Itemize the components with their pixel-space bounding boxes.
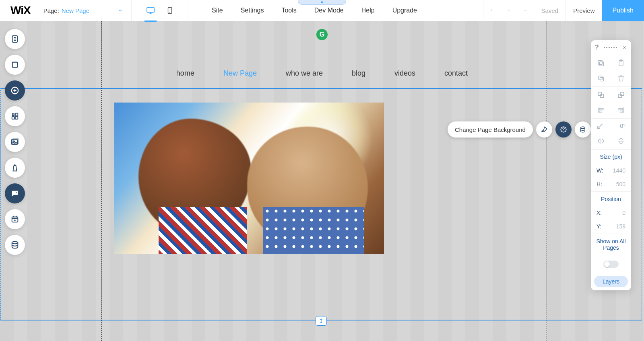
duplicate-icon[interactable]	[597, 74, 605, 82]
svg-line-6	[492, 11, 492, 11]
delete-icon[interactable]	[617, 74, 625, 82]
collapse-topbar-tab[interactable]: ▲	[298, 0, 346, 5]
current-page-name: New Page	[62, 7, 89, 14]
svg-rect-45	[620, 92, 623, 95]
svg-rect-51	[619, 109, 623, 110]
svg-rect-37	[600, 62, 604, 66]
nav-videos[interactable]: videos	[394, 69, 415, 78]
y-label: Y:	[597, 223, 601, 230]
add-panel-button[interactable]	[5, 80, 25, 101]
svg-rect-44	[600, 94, 603, 97]
align-right-icon[interactable]	[617, 106, 625, 114]
menu-upgrade[interactable]: Upgrade	[392, 7, 417, 14]
data-button[interactable]	[575, 121, 591, 138]
panel-header[interactable]: ?	[591, 40, 631, 55]
site-navigation: home New Page who we are blog videos con…	[0, 69, 644, 78]
preview-button[interactable]: Preview	[566, 0, 602, 21]
chevron-down-icon	[118, 8, 123, 13]
svg-rect-38	[598, 60, 602, 64]
x-label: X:	[597, 210, 602, 216]
zoom-button[interactable]	[483, 0, 500, 21]
svg-rect-49	[599, 111, 602, 112]
copy-icon[interactable]	[597, 59, 605, 67]
context-toolbar: Change Page Background	[448, 121, 591, 138]
nav-who-we-are[interactable]: who we are	[286, 69, 323, 78]
nav-new-page[interactable]: New Page	[223, 69, 257, 78]
bring-forward-icon[interactable]	[597, 91, 605, 99]
svg-point-5	[491, 10, 492, 11]
size-label: Size (px)	[600, 154, 622, 160]
nav-blog[interactable]: blog	[352, 69, 365, 78]
menu-site[interactable]: Site	[212, 7, 223, 14]
svg-text:+: +	[12, 113, 14, 116]
menu-settings[interactable]: Settings	[241, 7, 264, 14]
properties-panel[interactable]: ? 0° Si	[591, 40, 631, 290]
flip-vertical-icon[interactable]	[617, 137, 625, 145]
paste-icon[interactable]	[617, 59, 625, 67]
svg-rect-41	[599, 76, 602, 80]
data-panel-button[interactable]	[5, 235, 25, 255]
rotate-icon[interactable]	[597, 123, 604, 130]
top-menu: Site Settings Tools Dev Mode Help Upgrad…	[188, 7, 417, 14]
send-backward-icon[interactable]	[617, 91, 625, 99]
undo-button[interactable]	[500, 0, 517, 21]
media-panel-button[interactable]	[5, 132, 25, 152]
svg-rect-46	[618, 94, 621, 97]
svg-point-34	[581, 127, 585, 129]
svg-rect-16	[15, 113, 18, 116]
design-button[interactable]	[536, 121, 552, 138]
width-value[interactable]: 1440	[613, 167, 625, 174]
nav-home[interactable]: home	[176, 69, 194, 78]
menus-panel-button[interactable]	[5, 29, 25, 49]
y-value[interactable]: 159	[616, 223, 625, 230]
apps-panel-button[interactable]: +	[5, 106, 25, 126]
publish-button[interactable]: Publish	[602, 0, 644, 21]
svg-rect-42	[600, 78, 604, 81]
rotation-value[interactable]: 0°	[620, 123, 625, 130]
desktop-icon[interactable]	[146, 0, 155, 21]
svg-rect-18	[15, 117, 18, 119]
wix-logo: WiX	[0, 4, 39, 17]
blog-panel-button[interactable]	[5, 209, 25, 229]
svg-point-33	[563, 131, 564, 131]
show-on-all-label: Show on All Pages	[591, 238, 631, 251]
height-value[interactable]: 500	[616, 181, 625, 187]
background-panel-button[interactable]	[5, 55, 25, 75]
top-right-actions: Saved Preview Publish	[483, 0, 644, 21]
width-label: W:	[597, 167, 603, 174]
hero-image[interactable]	[114, 103, 384, 254]
align-left-icon[interactable]	[597, 106, 605, 114]
redo-button[interactable]	[517, 0, 534, 21]
help-button[interactable]	[555, 121, 572, 138]
nav-contact[interactable]: contact	[444, 69, 468, 78]
svg-rect-11	[12, 62, 18, 68]
svg-point-31	[541, 130, 543, 132]
menu-tools[interactable]: Tools	[281, 7, 296, 14]
theme-panel-button[interactable]	[5, 158, 25, 178]
show-on-all-toggle[interactable]	[603, 261, 619, 268]
change-background-button[interactable]: Change Page Background	[448, 121, 533, 138]
menu-help[interactable]: Help	[361, 7, 375, 14]
selection-top-edge	[0, 88, 642, 89]
drag-handle-icon[interactable]	[604, 47, 617, 48]
section-resize-handle[interactable]	[316, 316, 327, 326]
menu-devmode[interactable]: Dev Mode	[314, 7, 344, 14]
page-label: Page:	[43, 7, 59, 14]
grammarly-badge-icon[interactable]: G	[316, 29, 328, 40]
position-label: Position	[601, 196, 621, 202]
device-switcher	[132, 0, 188, 21]
svg-rect-23	[12, 217, 18, 222]
page-selector[interactable]: Page: New Page	[39, 0, 132, 21]
svg-rect-0	[147, 8, 154, 12]
left-tool-rail: +	[5, 29, 25, 255]
layers-button[interactable]: Layers	[594, 276, 628, 287]
flip-horizontal-icon[interactable]	[597, 137, 605, 145]
saved-status: Saved	[534, 0, 566, 21]
x-value[interactable]: 0	[622, 210, 625, 216]
help-icon[interactable]: ?	[595, 44, 599, 51]
mobile-icon[interactable]	[166, 0, 173, 21]
svg-rect-43	[598, 92, 601, 95]
close-icon[interactable]	[622, 45, 627, 50]
height-label: H:	[597, 181, 602, 187]
chat-panel-button[interactable]	[5, 183, 25, 203]
